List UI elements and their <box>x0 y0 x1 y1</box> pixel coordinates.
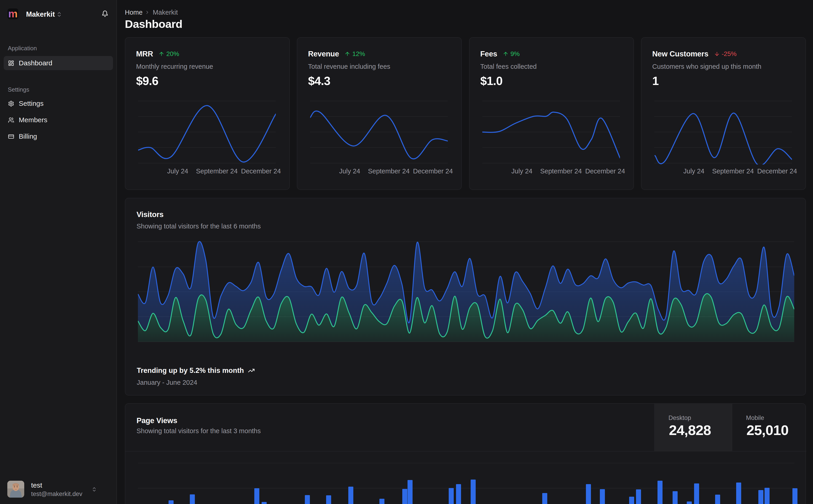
svg-text:m: m <box>8 8 18 19</box>
